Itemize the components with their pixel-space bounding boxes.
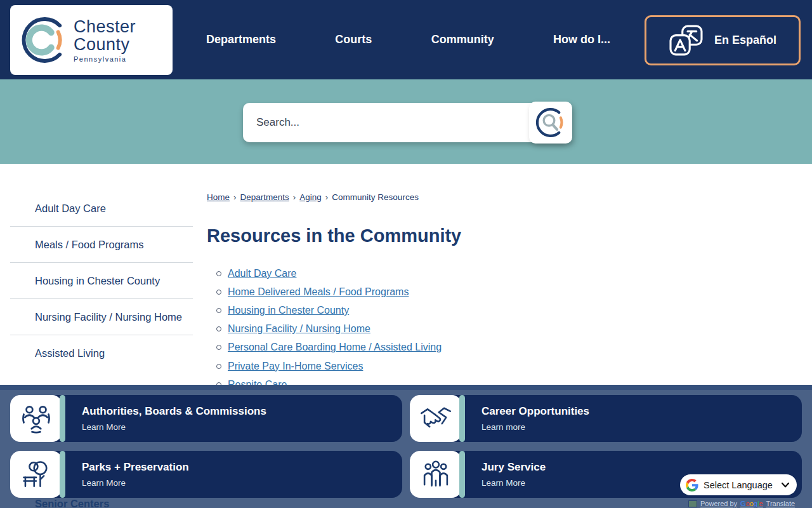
sidebar-item-assisted-living[interactable]: Assisted Living: [10, 335, 193, 371]
breadcrumb-departments[interactable]: Departments: [240, 192, 289, 202]
brand-letter: G: [740, 500, 746, 507]
overlay-top-strip: [0, 385, 812, 390]
quicklinks-overlay: Senior Centers Authorities, Boards & Com…: [0, 385, 812, 508]
bullet-icon: [216, 326, 221, 331]
card-learn-more-link[interactable]: Learn More: [82, 478, 189, 488]
logo-name-line2: County: [74, 36, 136, 53]
search-bar: [243, 103, 569, 142]
breadcrumb-home[interactable]: Home: [207, 192, 230, 202]
bullet-icon: [216, 308, 221, 313]
bullet-icon: [216, 345, 221, 350]
attribution-prefix: Powered by: [700, 500, 737, 507]
list-item: Private Pay In-Home Services: [216, 357, 442, 375]
en-espanol-button[interactable]: En Español: [645, 15, 801, 65]
list-item: Personal Care Boarding Home / Assisted L…: [216, 338, 442, 357]
breadcrumb-separator: ›: [233, 192, 237, 202]
link-adult-day-care[interactable]: Adult Day Care: [228, 268, 297, 279]
bullet-icon: [216, 364, 221, 369]
google-brand-wordmark: Google: [740, 500, 763, 507]
card-career-opportunities[interactable]: Career Opportunities Learn more: [410, 395, 802, 442]
card-title: Career Opportunities: [481, 405, 589, 418]
list-item: Nursing Facility / Nursing Home: [216, 320, 442, 338]
sidebar-item-meals-food-programs[interactable]: Meals / Food Programs: [10, 227, 193, 263]
park-bench-icon: [20, 458, 53, 491]
page-title: Resources in the Community: [207, 225, 461, 246]
link-private-pay-in-home[interactable]: Private Pay In-Home Services: [228, 361, 363, 372]
breadcrumb-separator: ›: [325, 192, 329, 202]
card-title: Authorities, Boards & Commissions: [82, 405, 266, 418]
card-icon-box: [10, 451, 62, 498]
bullet-icon: [216, 290, 221, 295]
card-title: Jury Service: [481, 461, 546, 474]
card-authorities-boards-commissions[interactable]: Authorities, Boards & Commissions Learn …: [10, 395, 402, 442]
list-item: Housing in Chester County: [216, 301, 442, 319]
card-icon-box: [10, 395, 62, 442]
search-input[interactable]: [243, 103, 516, 142]
card-text: Jury Service Learn More: [481, 461, 546, 488]
resource-links-list: Adult Day Care Home Delivered Meals / Fo…: [216, 264, 442, 394]
nav-item-departments[interactable]: Departments: [206, 33, 276, 46]
card-accent-bar: [60, 451, 65, 498]
attribution-suffix: Translate: [766, 500, 795, 507]
search-band: [0, 79, 812, 164]
google-translate-attribution[interactable]: Powered by Google Translate: [688, 500, 795, 507]
card-learn-more-link[interactable]: Learn More: [82, 422, 266, 432]
card-parks-preservation[interactable]: Parks + Preservation Learn More: [10, 451, 402, 498]
card-accent-bar: [459, 395, 465, 442]
link-personal-care-boarding[interactable]: Personal Care Boarding Home / Assisted L…: [228, 342, 442, 353]
list-item: Home Delivered Meals / Food Programs: [216, 283, 442, 301]
people-group-icon: [20, 402, 53, 435]
card-learn-more-link[interactable]: Learn more: [481, 422, 589, 432]
search-icon: [535, 107, 566, 138]
link-housing[interactable]: Housing in Chester County: [228, 305, 349, 316]
en-espanol-label: En Español: [714, 34, 776, 47]
sidebar-item-nursing-facility[interactable]: Nursing Facility / Nursing Home: [10, 299, 193, 335]
sidebar-menu: Adult Day Care Meals / Food Programs Hou…: [10, 190, 193, 371]
breadcrumb-aging[interactable]: Aging: [299, 192, 322, 202]
card-title: Parks + Preservation: [82, 461, 189, 474]
translate-icon: [669, 25, 704, 57]
select-language-label: Select Language: [704, 480, 776, 490]
card-accent-bar: [60, 395, 65, 442]
chevron-down-icon: [782, 483, 789, 488]
jury-people-icon: [419, 458, 452, 491]
logo-name-line1: Chester: [74, 18, 136, 36]
nav-item-how-do-i[interactable]: How do I...: [553, 33, 610, 46]
google-logo-icon: [686, 479, 698, 491]
breadcrumb-current: Community Resources: [332, 192, 419, 202]
card-icon-box: [410, 451, 462, 498]
sidebar-item-adult-day-care[interactable]: Adult Day Care: [10, 190, 193, 227]
nav-item-community[interactable]: Community: [431, 33, 494, 46]
chester-county-logo-icon: [19, 16, 67, 64]
logo-text: Chester County Pennsylvania: [74, 18, 136, 63]
sidebar-item-housing[interactable]: Housing in Chester County: [10, 263, 193, 299]
select-language-dropdown[interactable]: Select Language: [680, 474, 797, 495]
card-icon-box: [410, 395, 462, 442]
search-button[interactable]: [529, 102, 572, 144]
list-item: Adult Day Care: [216, 264, 442, 283]
brand-letter: e: [759, 500, 763, 507]
card-learn-more-link[interactable]: Learn More: [481, 478, 546, 488]
handshake-icon: [419, 402, 452, 435]
top-header: Chester County Pennsylvania Departments …: [0, 0, 812, 79]
breadcrumb-separator: ›: [293, 192, 296, 202]
bullet-icon: [216, 271, 221, 276]
nav-item-courts[interactable]: Courts: [335, 33, 372, 46]
site-logo[interactable]: Chester County Pennsylvania: [10, 5, 173, 75]
card-text: Career Opportunities Learn more: [481, 405, 589, 432]
card-accent-bar: [459, 451, 465, 498]
breadcrumb: Home›Departments›Aging›Community Resourc…: [207, 192, 419, 202]
sidebar-item-senior-centers[interactable]: Senior Centers: [35, 498, 109, 508]
main-nav: Departments Courts Community How do I...: [206, 0, 610, 79]
card-text: Authorities, Boards & Commissions Learn …: [82, 405, 266, 432]
link-nursing-facility[interactable]: Nursing Facility / Nursing Home: [228, 323, 370, 335]
card-text: Parks + Preservation Learn More: [82, 461, 189, 488]
link-home-delivered-meals[interactable]: Home Delivered Meals / Food Programs: [228, 286, 409, 298]
logo-subtitle: Pennsylvania: [74, 55, 136, 63]
translate-flag-icon: [688, 500, 697, 507]
